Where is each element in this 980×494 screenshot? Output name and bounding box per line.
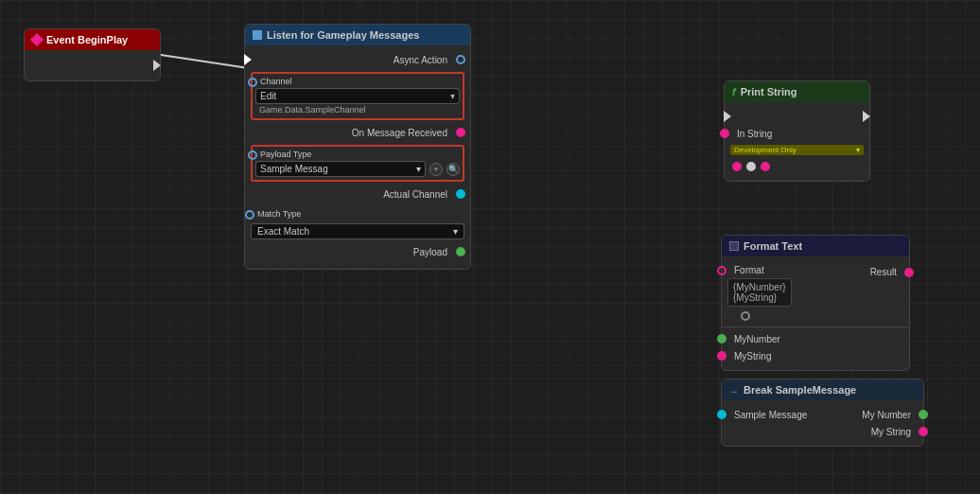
- dev-only-text: Development Only: [734, 146, 796, 154]
- format-icon-pin[interactable]: [741, 311, 750, 321]
- break-my-number-pin[interactable]: [919, 410, 928, 419]
- print-bottom-pin2[interactable]: [746, 162, 756, 171]
- async-action-pin[interactable]: [456, 55, 465, 64]
- print-string-title: Print String: [741, 86, 797, 97]
- actual-channel-label: Actual Channel: [378, 189, 452, 200]
- payload-out-label: Payload: [409, 247, 452, 257]
- format-text-node: Format Text Format {MyNumber} {MyString}…: [721, 235, 910, 371]
- sample-message-pin[interactable]: [717, 410, 726, 419]
- format-icon: [729, 241, 739, 251]
- on-message-pin[interactable]: [456, 128, 465, 137]
- payload-out-pin[interactable]: [456, 247, 465, 256]
- event-begin-play-node: Event BeginPlay: [24, 28, 161, 81]
- break-my-string-pin[interactable]: [919, 427, 928, 436]
- print-exec-out[interactable]: [863, 111, 870, 122]
- break-icon: [729, 385, 739, 395]
- format-value: {MyNumber} {MyString}: [727, 278, 792, 307]
- format-text-line1: {MyNumber}: [733, 282, 786, 292]
- async-action-label: Async Action: [389, 55, 452, 65]
- my-string-label: MyString: [729, 351, 776, 362]
- dev-only-arrow[interactable]: ▾: [856, 146, 860, 154]
- result-label: Result: [866, 267, 901, 277]
- match-type-section: Match Type Exact Match ▾: [245, 203, 470, 243]
- in-string-label: In String: [732, 129, 777, 139]
- payload-value: Sample Messag: [260, 164, 328, 174]
- my-string-pin[interactable]: [717, 351, 726, 361]
- event-icon: [30, 33, 44, 46]
- break-body: Sample Message My Number My String: [722, 400, 923, 446]
- channel-section: Channel Edit ▾ Game.Data.SampleChannel: [251, 72, 464, 120]
- event-begin-play-title: Event BeginPlay: [46, 34, 128, 45]
- payload-type-label: Payload Type: [260, 150, 311, 159]
- payload-type-in-pin[interactable]: [248, 150, 257, 160]
- format-text-title: Format Text: [744, 240, 802, 252]
- event-begin-play-header: Event BeginPlay: [25, 29, 160, 50]
- channel-edit-value: Edit: [260, 91, 446, 101]
- listen-icon: [253, 30, 262, 40]
- print-string-node: f Print String In String Development Onl…: [724, 80, 870, 182]
- function-icon: f: [732, 86, 736, 97]
- break-title: Break SampleMessage: [744, 384, 856, 396]
- listen-header: Listen for Gameplay Messages: [245, 25, 470, 45]
- match-value: Exact Match: [257, 226, 309, 237]
- exec-out-pin[interactable]: [153, 60, 161, 71]
- my-number-pin[interactable]: [717, 334, 726, 344]
- break-my-string-label: My String: [866, 427, 916, 437]
- match-arrow: ▾: [453, 226, 458, 237]
- format-in-pin[interactable]: [717, 266, 726, 275]
- payload-btn1[interactable]: +: [429, 163, 443, 176]
- channel-path-value: Game.Data.SampleChannel: [255, 104, 460, 115]
- result-pin[interactable]: [904, 268, 914, 277]
- channel-in-pin[interactable]: [248, 78, 257, 87]
- listen-title: Listen for Gameplay Messages: [267, 29, 419, 41]
- listen-gameplay-messages-node: Listen for Gameplay Messages Async Actio…: [244, 24, 471, 270]
- format-label: Format: [729, 265, 769, 275]
- on-message-label: On Message Received: [347, 128, 452, 138]
- in-string-pin[interactable]: [720, 129, 729, 138]
- dev-only-badge: Development Only ▾: [730, 145, 864, 155]
- break-header: Break SampleMessage: [722, 379, 923, 400]
- channel-input[interactable]: Edit ▾: [255, 88, 460, 104]
- payload-section: Payload Type Sample Messag ▾ + 🔍: [251, 145, 464, 182]
- match-type-label: Match Type: [257, 209, 301, 219]
- event-begin-play-body: [25, 50, 160, 80]
- channel-dropdown-arrow[interactable]: ▾: [450, 91, 455, 101]
- my-number-label: MyNumber: [729, 334, 785, 344]
- exec-in-pin[interactable]: [244, 54, 252, 65]
- payload-btn2[interactable]: 🔍: [446, 163, 460, 176]
- break-sample-message-node: Break SampleMessage Sample Message My Nu…: [721, 379, 924, 447]
- actual-channel-pin[interactable]: [456, 189, 465, 199]
- print-string-header: f Print String: [725, 81, 869, 102]
- print-bottom-pin3[interactable]: [761, 162, 770, 171]
- payload-arrow[interactable]: ▾: [416, 164, 421, 174]
- match-type-in-pin[interactable]: [245, 210, 254, 220]
- format-text-line2: {MyString}: [733, 292, 786, 303]
- format-text-header: Format Text: [722, 236, 909, 256]
- print-bottom-pin1[interactable]: [732, 162, 742, 171]
- sample-message-label: Sample Message: [729, 410, 812, 420]
- match-dropdown[interactable]: Exact Match ▾: [251, 223, 464, 239]
- print-exec-in[interactable]: [724, 111, 731, 122]
- listen-body: Async Action Channel Edit ▾ Game.Data.Sa…: [245, 45, 470, 269]
- print-string-body: In String Development Only ▾: [725, 102, 869, 181]
- break-my-number-label: My Number: [857, 410, 916, 420]
- payload-row: Sample Messag ▾ + 🔍: [255, 161, 460, 177]
- format-text-body: Format {MyNumber} {MyString} Result MyNu…: [722, 256, 909, 370]
- channel-label: Channel: [260, 77, 292, 86]
- payload-dropdown[interactable]: Sample Messag ▾: [255, 161, 426, 177]
